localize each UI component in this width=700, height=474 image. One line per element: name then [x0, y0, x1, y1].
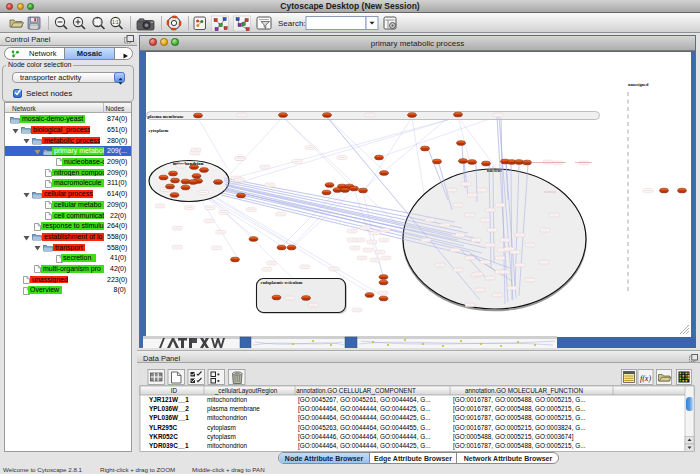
svg-text:[GO:0016787, GO:0005488, GO:00: [GO:0016787, GO:0005488, GO:0005215, G..… — [453, 405, 586, 413]
svg-text:_cellularLayoutRegion: _cellularLayoutRegion — [214, 387, 278, 395]
svg-text:[GO:0044464, GO:0044444, GO:00: [GO:0044464, GO:0044444, GO:0044425, G..… — [298, 442, 431, 450]
svg-text:unassigned: unassigned — [628, 82, 649, 87]
svg-text:mitochondrion: mitochondrion — [207, 442, 248, 449]
svg-text:[GO:0016787, GO:0005215, GO:00: [GO:0016787, GO:0005215, GO:0003824, G..… — [453, 424, 586, 432]
svg-text:plasma membrane: plasma membrane — [207, 405, 260, 413]
svg-text:[GO:0016787, GO:0005488, GO:00: [GO:0016787, GO:0005488, GO:0005215, G..… — [453, 442, 586, 450]
svg-text:endoplasmic reticulum: endoplasmic reticulum — [261, 280, 303, 285]
svg-text:YLR295C: YLR295C — [149, 424, 177, 431]
svg-text:[GO:0005488, GO:0005215, GO:00: [GO:0005488, GO:0005215, GO:0003674] — [453, 433, 574, 441]
svg-text:YDR039C__1: YDR039C__1 — [149, 442, 189, 449]
svg-text:f(x): f(x) — [640, 374, 651, 383]
svg-text:[GO:0044464, GO:0044444, GO:00: [GO:0044464, GO:0044444, GO:0044425, G..… — [298, 405, 431, 413]
svg-text:cytoplasm: cytoplasm — [207, 424, 236, 432]
svg-text:[GO:0044464, GO:0044444, GO:00: [GO:0044464, GO:0044444, GO:0044425, G..… — [298, 414, 431, 422]
svg-text:YKR052C: YKR052C — [149, 433, 178, 440]
svg-text:plasma membrane: plasma membrane — [148, 113, 184, 118]
svg-text:1:1: 1:1 — [112, 20, 119, 25]
svg-text:cytoplasm: cytoplasm — [149, 127, 169, 132]
svg-text:[GO:0045267, GO:0045261, GO:00: [GO:0045267, GO:0045261, GO:0044464, G..… — [298, 396, 431, 404]
svg-text:ID: ID — [171, 387, 178, 394]
svg-text:YJR121W__1: YJR121W__1 — [149, 396, 189, 403]
svg-text:YPL036W__2: YPL036W__2 — [149, 405, 189, 412]
svg-text:[GO:0016787, GO:0005488, GO:00: [GO:0016787, GO:0005488, GO:0005215, G..… — [453, 414, 586, 422]
svg-text:mitochondrion: mitochondrion — [207, 396, 248, 403]
svg-text:annotation.GO MOLECULAR_FUNCTI: annotation.GO MOLECULAR_FUNCTION — [465, 387, 583, 395]
svg-text:Search:: Search: — [278, 19, 306, 28]
svg-text:annotation.GO CELLULAR_COMPONE: annotation.GO CELLULAR_COMPONENT — [296, 387, 416, 395]
svg-text:[GO:0045263, GO:0044464, GO:00: [GO:0045263, GO:0044464, GO:0044455, G..… — [298, 424, 431, 432]
svg-text:mitochondrion: mitochondrion — [207, 414, 248, 421]
svg-text:[GO:0016787, GO:0005488, GO:00: [GO:0016787, GO:0005488, GO:0005215, G..… — [453, 396, 586, 404]
svg-text:cytoplasm: cytoplasm — [207, 433, 236, 441]
svg-text:[GO:0044446, GO:0044464, GO:00: [GO:0044446, GO:0044464, GO:0044444, G..… — [298, 433, 431, 441]
svg-text:YPL036W__1: YPL036W__1 — [149, 414, 189, 421]
